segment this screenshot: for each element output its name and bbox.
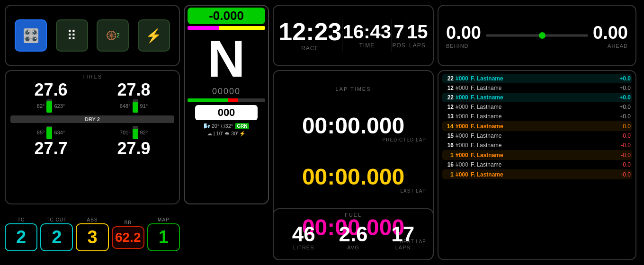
tire-br-bar bbox=[133, 126, 138, 139]
abs-label: ABS bbox=[87, 217, 98, 222]
weather-row-2: ☁ | 10' 🌧 30' ⚡ bbox=[207, 131, 246, 137]
tire-br: 701° 92° 27.9 bbox=[93, 125, 174, 157]
tc-label: TC bbox=[18, 217, 25, 222]
gear-letter: N bbox=[207, 33, 245, 85]
row-num: #000 bbox=[456, 113, 469, 120]
tc-dial: TC 2 bbox=[5, 217, 37, 251]
dashboard: 🎛️ ⠿ 🛞2 ⚡ -0.000 N 00000 000 🌬️ 20° /:\3… bbox=[5, 5, 639, 260]
tire-br-detail-top: 701° 92° bbox=[120, 126, 148, 139]
tire-tl-deg: 82° bbox=[37, 103, 45, 109]
control-button-1[interactable]: 🎛️ bbox=[15, 19, 47, 52]
tc-value[interactable]: 2 bbox=[5, 223, 37, 251]
standing-row-6: 15 #000 F. Lastname -0.0 bbox=[442, 131, 632, 141]
tire-tl-detail: 82° 623° bbox=[37, 99, 65, 113]
standing-row-3: 12 #000 F. Lastname +0.0 bbox=[442, 102, 632, 112]
control-button-2[interactable]: ⠿ bbox=[56, 19, 88, 52]
tc-cut-dial: TC CUT 2 bbox=[40, 217, 73, 251]
tire-tr-bar bbox=[133, 99, 138, 113]
standing-row-5: 14 #000 F. Lastname 0.0 bbox=[442, 121, 632, 131]
row-gap: -0.0 bbox=[612, 132, 631, 139]
fuel-litres-value: 46 bbox=[292, 224, 315, 245]
last-lap-group: 00:00.000 LAST LAP bbox=[280, 166, 426, 194]
laps-label: LAPS bbox=[409, 42, 426, 49]
row-pos: 1 bbox=[443, 171, 454, 178]
lap-times-title: LAP TIMES bbox=[280, 86, 426, 92]
fuel-panel: FUEL 46 LITRES 2.6 AVG 17 LAPS bbox=[273, 208, 434, 260]
tire-tl-wear: 623° bbox=[54, 103, 65, 109]
tire-bl-wear: 634° bbox=[54, 130, 65, 135]
race-info-panel: 12:23 RACE 16:43 TIME 7 POS 15 LAPS bbox=[273, 5, 434, 66]
total-time-label: TIME bbox=[359, 42, 375, 49]
row-pos: 22 bbox=[443, 75, 454, 82]
tires-grid: 27.6 82° 623° 27.8 648° 91° bbox=[10, 81, 174, 157]
tire-tr-wear: 91° bbox=[140, 103, 148, 109]
predicted-lap-group: 00:00.000 PREDICTED LAP bbox=[280, 115, 426, 142]
row-num: #000 bbox=[456, 171, 469, 178]
tire-br-temp: 27.9 bbox=[117, 140, 150, 157]
ahead-group: 0.00 AHEAD bbox=[593, 23, 628, 49]
fuel-litres-label: LITRES bbox=[293, 245, 314, 250]
standing-row-9: 16 #000 F. Lastname -0.0 bbox=[442, 160, 632, 169]
tire-tl-fill bbox=[46, 101, 52, 113]
fuel-avg-value: 2.6 bbox=[339, 224, 367, 245]
gap-panel: 0.00 BEHIND 0.00 AHEAD bbox=[438, 5, 636, 66]
row-gap: -0.0 bbox=[612, 152, 631, 159]
row-pos: 13 bbox=[443, 113, 454, 120]
pos-value: 7 bbox=[394, 22, 404, 41]
standings-panel: 22 #000 F. Lastname +0.0 12 #000 F. Last… bbox=[438, 70, 636, 260]
laps-value: 15 bbox=[407, 22, 428, 41]
map-value[interactable]: 1 bbox=[147, 223, 180, 251]
row-num: #000 bbox=[456, 142, 469, 149]
row-name: F. Lastname bbox=[471, 142, 509, 149]
row-num: #000 bbox=[456, 85, 469, 91]
abs-value[interactable]: 3 bbox=[76, 223, 108, 251]
tire-br-wear: 92° bbox=[140, 130, 148, 135]
tc-cut-value[interactable]: 2 bbox=[40, 223, 73, 251]
behind-label: BEHIND bbox=[446, 43, 481, 49]
laps-stat: 15 LAPS bbox=[407, 22, 428, 49]
fuel-litres-stat: 46 LITRES bbox=[292, 224, 315, 250]
row-pos: 22 bbox=[443, 94, 454, 101]
row-name: F. Lastname bbox=[471, 75, 509, 82]
tire-bl-fill bbox=[46, 127, 52, 139]
standing-row-1: 12 #000 F. Lastname +0.0 bbox=[442, 83, 632, 93]
gear-bar-bottom bbox=[188, 98, 265, 102]
tires-title: TIRES bbox=[10, 74, 174, 80]
race-time-value: 12:23 bbox=[278, 19, 341, 44]
bb-dial: BB 62.2 bbox=[112, 220, 144, 249]
controls-panel: 🎛️ ⠿ 🛞2 ⚡ bbox=[5, 5, 180, 66]
standing-row-10: 1 #000 F. Lastname -0.0 bbox=[442, 169, 632, 179]
row-gap: +0.0 bbox=[612, 75, 631, 82]
row-gap: +0.0 bbox=[612, 85, 631, 91]
row-num: #000 bbox=[456, 152, 469, 159]
race-time-stat: 12:23 RACE bbox=[278, 19, 341, 52]
predicted-lap-label: PREDICTED LAP bbox=[280, 137, 426, 142]
tire-bl-deg: 85° bbox=[37, 130, 45, 135]
bb-value[interactable]: 62.2 bbox=[112, 226, 144, 249]
row-name: F. Lastname bbox=[471, 132, 509, 139]
predicted-lap-value: 00:00.000 bbox=[280, 115, 426, 137]
gear-box-number: 000 bbox=[195, 105, 257, 120]
last-lap-value: 00:00.000 bbox=[280, 166, 426, 188]
control-button-3[interactable]: 🛞2 bbox=[97, 19, 129, 52]
control-button-4[interactable]: ⚡ bbox=[138, 19, 170, 52]
row-num: #000 bbox=[456, 132, 469, 139]
row-gap: 0.0 bbox=[612, 123, 631, 130]
row-gap: -0.0 bbox=[612, 171, 631, 178]
row-name: F. Lastname bbox=[471, 113, 509, 120]
tire-bl-temp: 27.7 bbox=[34, 140, 67, 157]
pos-stat: 7 POS bbox=[392, 22, 405, 49]
tire-br-fill bbox=[133, 129, 138, 139]
row-pos: 1 bbox=[443, 151, 454, 159]
row-num: #000 bbox=[456, 94, 469, 101]
map-dial: MAP 1 bbox=[147, 217, 180, 251]
weather-detail: ☁ | 10' 🌧 30' ⚡ bbox=[207, 131, 246, 137]
fuel-laps-label: LAPS bbox=[395, 245, 411, 250]
row-gap: -0.0 bbox=[612, 142, 631, 149]
tire-tl: 27.6 82° 623° bbox=[10, 81, 91, 114]
tire-br-deg: 701° bbox=[120, 130, 131, 135]
abs-dial: ABS 3 bbox=[76, 217, 108, 251]
tire-bl-detail-top: 85° 634° bbox=[37, 126, 65, 139]
row-name: F. Lastname bbox=[471, 152, 509, 159]
total-time-value: 16:43 bbox=[343, 22, 391, 41]
